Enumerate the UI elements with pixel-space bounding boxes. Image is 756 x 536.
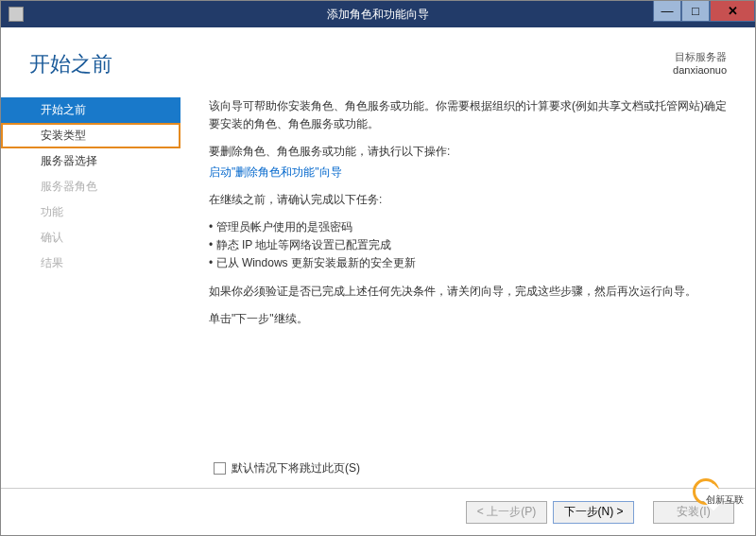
- content-area: 开始之前 目标服务器 danxiaonuo 开始之前 安装类型 服务器选择 服务…: [1, 27, 755, 535]
- skip-checkbox-label: 默认情况下将跳过此页(S): [232, 460, 360, 476]
- main-content: 该向导可帮助你安装角色、角色服务或功能。你需要根据组织的计算要求(例如共享文档或…: [180, 95, 755, 337]
- window-title: 添加角色和功能向导: [327, 7, 429, 23]
- remove-roles-link[interactable]: 启动"删除角色和功能"向导: [209, 165, 342, 179]
- maximize-button[interactable]: □: [681, 1, 710, 22]
- server-label: 目标服务器: [673, 50, 727, 64]
- minimize-button[interactable]: —: [653, 1, 681, 22]
- sidebar-item-features: 功能: [1, 199, 180, 225]
- header-row: 开始之前 目标服务器 danxiaonuo: [1, 27, 755, 95]
- sidebar-item-results: 结果: [1, 251, 180, 276]
- next-button[interactable]: 下一步(N) >: [553, 501, 634, 524]
- body-row: 开始之前 安装类型 服务器选择 服务器角色 功能 确认 结果 该向导可帮助你安装…: [1, 95, 755, 337]
- wizard-window: 添加角色和功能向导 — □ ✕ 开始之前 目标服务器 danxiaonuo 开始…: [0, 0, 756, 536]
- sidebar: 开始之前 安装类型 服务器选择 服务器角色 功能 确认 结果: [1, 95, 180, 337]
- previous-button: < 上一步(P): [466, 501, 547, 524]
- sidebar-item-before-you-begin[interactable]: 开始之前: [1, 97, 180, 123]
- button-row: < 上一步(P) 下一步(N) > 安装(I) 取消: [466, 501, 734, 524]
- close-button[interactable]: ✕: [710, 1, 755, 22]
- server-info: 目标服务器 danxiaonuo: [673, 50, 727, 76]
- install-button: 安装(I): [653, 501, 734, 524]
- server-name: danxiaonuo: [673, 64, 727, 76]
- continue-note: 单击"下一步"继续。: [209, 310, 729, 328]
- task-list: 管理员帐户使用的是强密码 静态 IP 地址等网络设置已配置完成 已从 Windo…: [209, 218, 729, 273]
- skip-page-row[interactable]: 默认情况下将跳过此页(S): [214, 460, 360, 476]
- app-icon: [9, 7, 24, 22]
- verify-label: 在继续之前，请确认完成以下任务:: [209, 191, 729, 209]
- window-controls: — □ ✕: [653, 1, 755, 22]
- sidebar-item-server-selection[interactable]: 服务器选择: [1, 148, 180, 174]
- titlebar: 添加角色和功能向导 — □ ✕: [1, 1, 755, 27]
- task-item: 已从 Windows 更新安装最新的安全更新: [209, 254, 729, 272]
- sidebar-item-server-roles: 服务器角色: [1, 174, 180, 199]
- task-item: 管理员帐户使用的是强密码: [209, 218, 729, 236]
- skip-checkbox[interactable]: [214, 462, 226, 475]
- remove-label: 要删除角色、角色服务或功能，请执行以下操作:: [209, 143, 729, 161]
- task-item: 静态 IP 地址等网络设置已配置完成: [209, 236, 729, 254]
- intro-text: 该向导可帮助你安装角色、角色服务或功能。你需要根据组织的计算要求(例如共享文档或…: [209, 97, 729, 133]
- sidebar-item-confirmation: 确认: [1, 225, 180, 251]
- page-title: 开始之前: [29, 50, 112, 78]
- verify-note: 如果你必须验证是否已完成上述任何先决条件，请关闭向导，完成这些步骤，然后再次运行…: [209, 283, 729, 301]
- footer: < 上一步(P) 下一步(N) > 安装(I) 取消: [1, 488, 755, 535]
- sidebar-item-installation-type[interactable]: 安装类型: [1, 123, 180, 148]
